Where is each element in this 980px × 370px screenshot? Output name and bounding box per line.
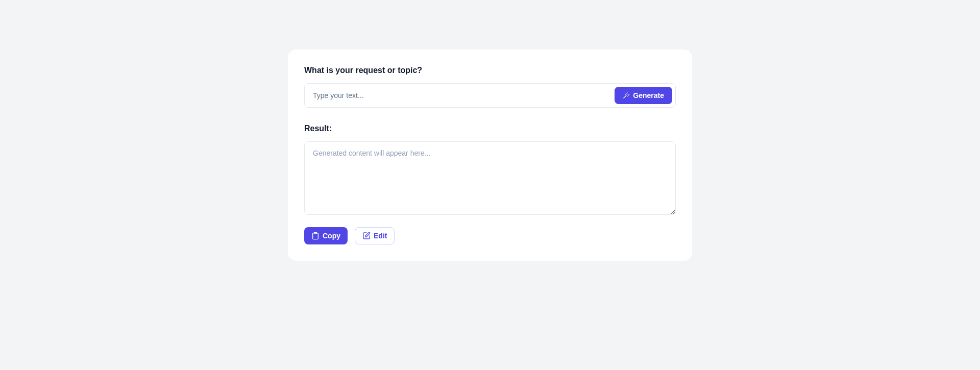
edit-icon	[362, 232, 371, 240]
copy-icon	[311, 232, 320, 240]
generate-button-label: Generate	[633, 91, 664, 100]
copy-button-label: Copy	[323, 232, 340, 240]
svg-rect-0	[314, 232, 316, 234]
generate-button[interactable]: Generate	[615, 87, 672, 104]
generator-card: What is your request or topic? Generate …	[288, 50, 692, 261]
copy-button[interactable]: Copy	[304, 227, 348, 244]
action-row: Copy Edit	[304, 227, 676, 244]
edit-button-label: Edit	[374, 232, 387, 240]
sparkles-icon	[623, 92, 630, 99]
prompt-input-wrapper: Generate	[304, 83, 676, 108]
edit-button[interactable]: Edit	[355, 227, 395, 244]
prompt-input[interactable]	[313, 91, 610, 100]
result-textarea[interactable]	[304, 141, 676, 215]
prompt-label: What is your request or topic?	[304, 66, 676, 75]
result-label: Result:	[304, 124, 676, 133]
